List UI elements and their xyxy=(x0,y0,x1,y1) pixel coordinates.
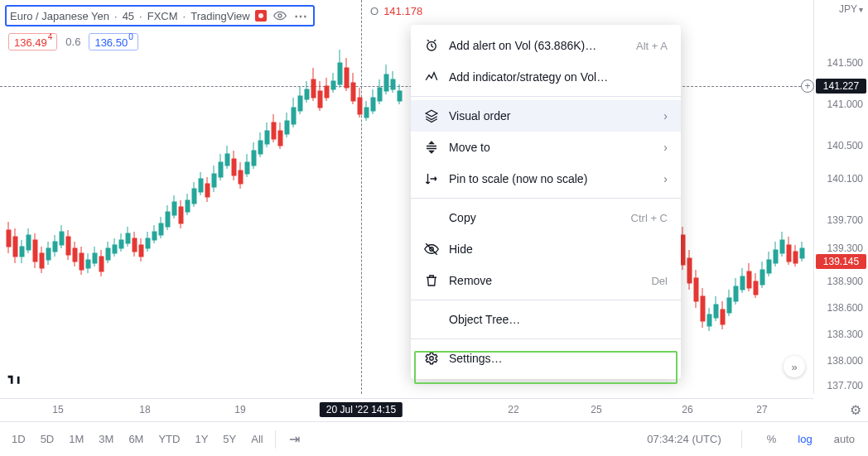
goto-date-button[interactable]: ⇥ xyxy=(284,430,305,448)
chart-frame: JPY▾ 141.500141.000140.500140.100139.700… xyxy=(0,0,868,456)
gear-icon xyxy=(424,351,439,366)
price-tick: 139.300 xyxy=(827,242,863,254)
ctx-add-alert[interactable]: Add alert on Vol (63.886K)… Alt + A xyxy=(411,30,681,61)
auto-scale-button[interactable]: auto xyxy=(829,432,860,446)
chevron-right-icon: › xyxy=(663,141,668,154)
time-tick: 19 xyxy=(234,404,245,415)
ctx-separator xyxy=(411,96,681,97)
symbol-more-icon[interactable] xyxy=(293,7,310,24)
percent-scale-button[interactable]: % xyxy=(762,432,782,446)
chevron-right-icon: › xyxy=(663,172,668,185)
time-tick: 27 xyxy=(756,404,767,415)
ctx-pin-to-scale[interactable]: Pin to scale (now no scale) › xyxy=(411,163,681,194)
range-5d[interactable]: 5D xyxy=(37,430,58,449)
time-tick: 18 xyxy=(139,404,150,415)
pin-scale-icon xyxy=(424,171,439,186)
ctx-add-indicator[interactable]: Add indicator/strategy on Vol… xyxy=(411,61,681,93)
range-1m[interactable]: 1M xyxy=(65,430,87,449)
alarm-icon xyxy=(424,38,439,53)
price-tick: 141.000 xyxy=(827,98,863,110)
visibility-toggle-icon[interactable] xyxy=(272,7,288,24)
ctx-hide[interactable]: Hide xyxy=(411,233,681,265)
blank-icon xyxy=(424,312,439,327)
bid-price[interactable]: 136.494 xyxy=(8,33,57,50)
price-tick: 141.500 xyxy=(827,57,863,69)
date-range-buttons: 1D5D1M3M6MYTD1Y5YAll xyxy=(8,430,267,449)
last-price-marker: 139.145 xyxy=(816,254,866,269)
bottom-toolbar: 1D5D1M3M6MYTD1Y5YAll ⇥ 07:34:24 (UTC) % … xyxy=(0,421,868,456)
time-tick: 22 xyxy=(508,404,518,415)
time-axis[interactable]: 15181922252627 20 Jul '22 14:15 ⚙ xyxy=(0,398,813,421)
ctx-settings[interactable]: Settings… xyxy=(411,343,681,374)
symbol-title[interactable]: Euro / Japanese Yen· 45· FXCM· TradingVi… xyxy=(5,5,315,26)
range-all[interactable]: All xyxy=(248,430,266,449)
time-tick: 15 xyxy=(52,404,63,415)
price-tick: 138.900 xyxy=(827,276,863,287)
ctx-copy[interactable]: Copy Ctrl + C xyxy=(411,202,681,233)
svg-point-162 xyxy=(430,357,434,361)
svg-point-158 xyxy=(278,14,282,17)
tradingview-logo: ┓╻ xyxy=(8,368,31,385)
price-tick: 139.700 xyxy=(827,214,863,226)
divider xyxy=(275,430,276,449)
range-3m[interactable]: 3M xyxy=(95,430,117,449)
range-6m[interactable]: 6M xyxy=(125,430,147,449)
price-tick: 138.300 xyxy=(827,329,863,340)
candlestick-svg xyxy=(0,0,813,394)
price-tick: 137.700 xyxy=(827,380,863,391)
price-tick: 140.100 xyxy=(827,173,863,185)
market-flag-icon xyxy=(255,10,267,22)
axis-settings-icon[interactable]: ⚙ xyxy=(850,402,861,418)
divider xyxy=(741,430,742,449)
move-icon xyxy=(424,140,439,155)
ask-price[interactable]: 136.500 xyxy=(89,33,137,50)
price-tick: 140.500 xyxy=(827,140,863,151)
panel-collapse-button[interactable]: » xyxy=(784,356,805,377)
bid-ask-legend: 136.494 0.6 136.500 xyxy=(8,33,138,50)
time-tick: 26 xyxy=(682,404,692,415)
price-tick: 138.000 xyxy=(827,355,863,367)
ctx-separator xyxy=(411,338,681,339)
ctx-remove[interactable]: Remove Del xyxy=(411,265,681,296)
time-tick: 25 xyxy=(591,404,601,415)
crosshair-time-label: 20 Jul '22 14:15 xyxy=(320,402,403,417)
ctx-object-tree[interactable]: Object Tree… xyxy=(411,304,681,335)
context-menu: Add alert on Vol (63.886K)… Alt + A Add … xyxy=(411,25,681,379)
chart-plot[interactable] xyxy=(0,0,813,394)
layers-icon xyxy=(424,108,439,123)
range-1y[interactable]: 1Y xyxy=(191,430,211,449)
spread: 0.6 xyxy=(65,36,80,48)
price-axis[interactable]: JPY▾ 141.500141.000140.500140.100139.700… xyxy=(813,0,868,394)
chevron-right-icon: › xyxy=(663,109,668,122)
eye-off-icon xyxy=(424,242,439,257)
range-ytd[interactable]: YTD xyxy=(155,430,183,449)
crosshair-price-marker: + 141.227 xyxy=(816,79,866,94)
symbol-legend: Euro / Japanese Yen· 45· FXCM· TradingVi… xyxy=(5,5,315,26)
ctx-visual-order[interactable]: Visual order › xyxy=(411,100,681,132)
ohlc-values: O 141.178 xyxy=(370,5,422,17)
ctx-separator xyxy=(411,198,681,199)
price-tick: 138.600 xyxy=(827,302,863,314)
blank-icon xyxy=(424,210,439,225)
ctx-separator xyxy=(411,300,681,300)
range-5y[interactable]: 5Y xyxy=(219,430,239,449)
add-alert-plus-icon[interactable]: + xyxy=(801,79,814,93)
trash-icon xyxy=(424,273,439,288)
log-scale-button[interactable]: log xyxy=(793,432,817,446)
ctx-move-to[interactable]: Move to › xyxy=(411,132,681,163)
indicator-icon xyxy=(424,70,439,84)
price-axis-currency[interactable]: JPY▾ xyxy=(839,3,863,15)
range-1d[interactable]: 1D xyxy=(8,430,29,449)
clock[interactable]: 07:34:24 (UTC) xyxy=(647,433,721,445)
